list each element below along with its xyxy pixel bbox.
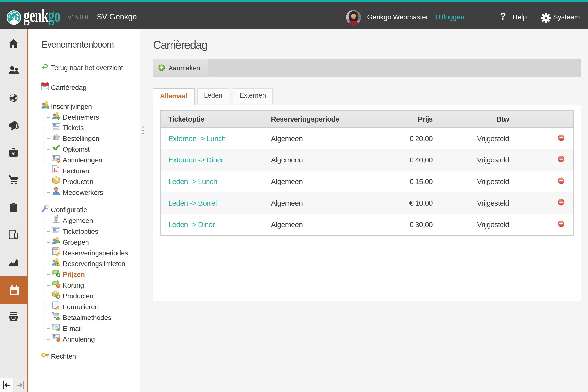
- svg-text:€: €: [12, 151, 15, 156]
- svg-text:17: 17: [43, 86, 46, 89]
